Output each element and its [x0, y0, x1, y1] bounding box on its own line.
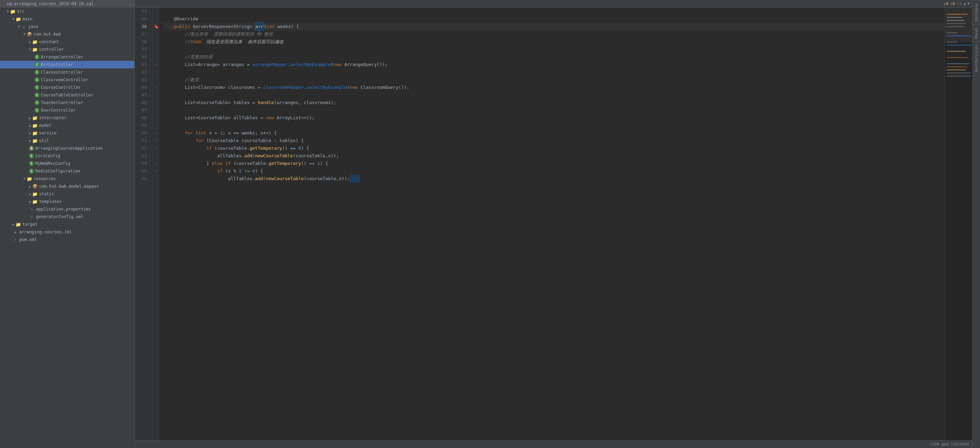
fold-icon-52[interactable]: − — [155, 147, 157, 150]
gutter-50: − — [153, 129, 160, 137]
code-line-43: //教室 — [163, 76, 945, 84]
ln-42: 42 — [135, 69, 150, 76]
ln-45: 45 — [135, 91, 150, 99]
application-props-item[interactable]: ⚙ application.properties — [0, 205, 134, 213]
classroom-controller-item[interactable]: C ClassroomController — [0, 76, 134, 84]
code-line-38: // todo 现在是全部查出来 条件后面可以修改 — [163, 38, 945, 46]
classes-controller-item[interactable]: C ClassesController — [0, 69, 134, 76]
static-arrow: ▶ — [29, 192, 31, 196]
model-folder-icon: 📁 — [32, 123, 38, 128]
controller-folder-icon: 📁 — [32, 47, 38, 52]
classes-controller-label: ClassesController — [41, 70, 83, 75]
gutter-47 — [153, 107, 160, 114]
redis-config-label: RedisConfiguration — [35, 169, 80, 174]
iml-label: arranging-courses.iml — [19, 230, 72, 234]
classes-controller-icon: C — [35, 70, 40, 75]
java-label: java — [28, 24, 38, 29]
arr-controller-item[interactable]: C ArrController — [0, 61, 134, 69]
dot-41: . — [288, 61, 290, 69]
arrange-controller-item[interactable]: C ArrangeController — [0, 53, 134, 61]
rest-services-tab[interactable]: RestServices — [973, 41, 980, 75]
code-editor[interactable]: @Override public ServerResponse< String … — [160, 8, 945, 440]
target-arrow: ▶ — [13, 223, 14, 226]
src-label: src — [17, 9, 24, 14]
sql-file-item[interactable]: sql arranging_courses_2019-04-19.sql — [0, 0, 134, 8]
interceptor-folder[interactable]: ▶ 📁 interceptor — [0, 114, 134, 122]
ln-55: 55 — [135, 167, 150, 175]
dot-44: . — [304, 84, 307, 91]
fold-icon-55[interactable]: − — [155, 169, 157, 173]
fold-icon-51[interactable]: − — [155, 139, 157, 143]
util-folder[interactable]: ▶ 📁 util — [0, 137, 134, 145]
nav-up[interactable]: ▲ — [964, 2, 966, 6]
java-folder[interactable]: ▶ ☕ java — [0, 23, 134, 30]
controller-label: controller — [39, 47, 64, 52]
database-tab[interactable]: Database — [973, 0, 980, 24]
cors-config-item[interactable]: C CorsConfig — [0, 152, 134, 160]
mapper-label: com.hut.kwk.model.mapper — [39, 184, 99, 189]
editor-area: 34 35 36 37 38 39 40 41 42 43 44 45 46 4… — [135, 8, 972, 440]
bookmark-icon-36[interactable]: 🔖 — [154, 24, 159, 29]
user-controller-item[interactable]: C UserController — [0, 107, 134, 114]
mapper-method-44: selectByExample — [307, 84, 347, 91]
maven-tab[interactable]: Maven — [973, 24, 980, 41]
nav-down[interactable]: ▼ — [967, 2, 970, 6]
target-folder[interactable]: ▶ 📁 target — [0, 220, 134, 228]
main-folder[interactable]: ▶ 📁 main — [0, 15, 134, 23]
code-line-41: List <Arrange> arranges = arrangeMapper … — [163, 61, 945, 69]
application-props-label: application.properties — [36, 207, 91, 212]
resources-folder[interactable]: ▶ 📁 resources — [0, 175, 134, 183]
args-56: (courseTable,x)); — [304, 175, 350, 183]
fold-icon-44[interactable]: − — [155, 86, 157, 89]
code-line-47 — [163, 107, 945, 114]
model-arrow: ▶ — [29, 124, 31, 128]
code-line-34 — [163, 8, 945, 15]
package-item[interactable]: ▶ 📦 com.hut.kwk — [0, 30, 134, 38]
fold-icon-41[interactable]: − — [155, 63, 157, 67]
util-label: util — [39, 138, 49, 143]
teacher-controller-item[interactable]: C TeacherController — [0, 99, 134, 107]
args-46: (arranges, classrooms); — [274, 99, 336, 107]
gutter-35 — [153, 15, 160, 23]
constant-folder[interactable]: ▶ 📁 constant — [0, 38, 134, 46]
indent-52 — [163, 145, 206, 152]
mapper-icon: 📦 — [32, 183, 38, 189]
static-folder[interactable]: ▶ 📁 static — [0, 190, 134, 198]
iml-icon: ◈ — [13, 229, 18, 235]
fold-icon-54[interactable]: − — [155, 162, 157, 166]
else-kw-54: else — [212, 160, 225, 167]
service-folder[interactable]: ▶ 📁 service — [0, 129, 134, 137]
file-tree[interactable]: sql arranging_courses_2019-04-19.sql ▶ 📁… — [0, 0, 135, 448]
args-53: (courseTable,x)); — [293, 152, 339, 160]
mvc-config-item[interactable]: C MyWebMvcConfig — [0, 160, 134, 167]
iml-item[interactable]: ◈ arranging-courses.iml — [0, 228, 134, 236]
redis-config-item[interactable]: C RedisConfiguration — [0, 167, 134, 175]
course-table-controller-icon: C — [35, 92, 40, 97]
templates-folder[interactable]: ▶ 📁 templates — [0, 198, 134, 205]
foreach-51: (CourseTable courseTable : tables) { — [204, 137, 304, 145]
util-arrow: ▶ — [29, 139, 31, 143]
ln-56: 56 — [135, 175, 150, 183]
ln-51: 51 — [135, 137, 150, 145]
mvc-config-icon: C — [29, 161, 34, 166]
query-44: ClassroomQuery()); — [358, 84, 409, 91]
comment-40: //需要排的课 — [163, 53, 213, 61]
pom-xml-item[interactable]: ✦ pom.xml — [0, 236, 134, 243]
close-generic-36: > — [250, 23, 255, 30]
controller-folder[interactable]: ▶ 📁 controller — [0, 46, 134, 53]
ln-47: 47 — [135, 107, 150, 114]
fold-icon-50[interactable]: − — [155, 131, 157, 135]
application-item[interactable]: A ArrangingCoursesApplication — [0, 145, 134, 152]
svg-rect-10 — [947, 51, 966, 52]
course-table-controller-item[interactable]: C CourseTableController — [0, 91, 134, 99]
model-folder[interactable]: ▶ 📁 model — [0, 122, 134, 129]
generator-xml-item[interactable]: ✦ generatorConfig.xml — [0, 213, 134, 220]
main-label: main — [22, 17, 32, 21]
mapper-package-item[interactable]: ▶ 📦 com.hut.kwk.model.mapper — [0, 183, 134, 190]
indent-44 — [163, 84, 185, 91]
svg-rect-11 — [947, 57, 967, 58]
src-folder[interactable]: ▶ 📁 src — [0, 8, 134, 15]
annotation-override: @Override — [163, 15, 198, 23]
course-controller-item[interactable]: C CourseController — [0, 84, 134, 91]
code-line-54: } else if (courseTable. getTemporary () … — [163, 160, 945, 167]
